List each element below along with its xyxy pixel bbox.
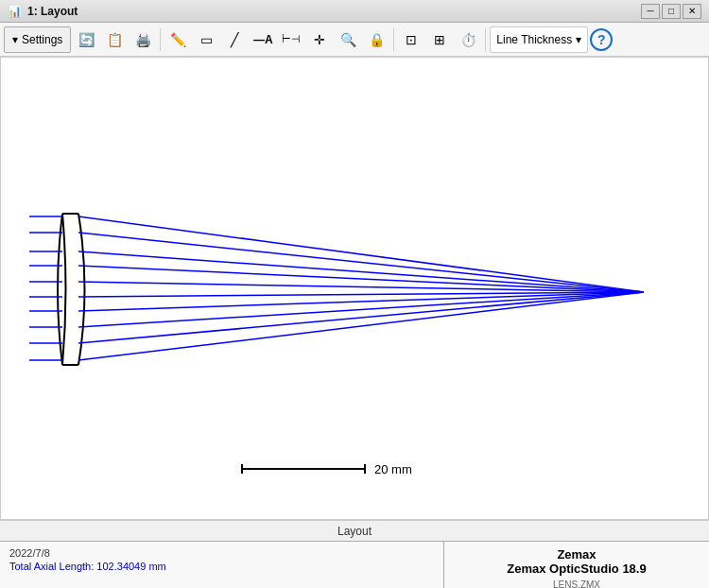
maximize-button[interactable]: □ [662, 4, 681, 19]
zoom-button[interactable]: 🔍 [335, 26, 361, 53]
refresh-button[interactable]: 🔄 [73, 26, 99, 53]
status-bar: 2022/7/8 Total Axial Length: 102.34049 m… [0, 541, 709, 588]
lock-button[interactable]: 🔒 [363, 26, 389, 53]
toolbar-separator-1 [160, 28, 161, 51]
status-date: 2022/7/8 [9, 547, 434, 559]
line-thickness-label: Line Thickness [496, 33, 572, 46]
line-thickness-arrow: ▾ [576, 33, 581, 46]
zemax-company: Zemax [454, 547, 700, 562]
settings-button[interactable]: ▾ Settings [4, 26, 71, 53]
zemax-product: Zemax OpticStudio 18.9 [454, 562, 700, 576]
caption-bar: Layout [0, 520, 709, 541]
timer-button[interactable]: ⏱️ [455, 26, 481, 53]
title-bar-controls: ─ □ ✕ [641, 4, 701, 19]
help-button[interactable]: ? [590, 28, 613, 51]
toolbar-separator-2 [393, 28, 394, 51]
rectangle-button[interactable]: ▭ [193, 26, 219, 53]
status-left-panel: 2022/7/8 Total Axial Length: 102.34049 m… [0, 542, 444, 588]
settings-dropdown-arrow: ▾ [12, 33, 18, 46]
line-thickness-dropdown[interactable]: Line Thickness ▾ [490, 26, 588, 53]
window-icon: 📊 [8, 5, 22, 18]
minimize-button[interactable]: ─ [641, 4, 660, 19]
close-button[interactable]: ✕ [683, 4, 701, 19]
caption-text: Layout [337, 525, 372, 538]
title-bar: 📊 1: Layout ─ □ ✕ [0, 0, 709, 23]
toolbar-separator-3 [485, 28, 486, 51]
frame-button[interactable]: ⊡ [398, 26, 424, 53]
status-right-panel: Zemax Zemax OpticStudio 18.9 LENS.ZMX Co… [444, 542, 709, 588]
measure-button[interactable]: ⊢⊣ [278, 26, 304, 53]
line-button[interactable]: ╱ [221, 26, 248, 53]
axial-length-value: 102.34049 mm [96, 561, 165, 572]
title-bar-left: 📊 1: Layout [8, 5, 78, 18]
layers-button[interactable]: ⊞ [426, 26, 453, 53]
copy-button[interactable]: 📋 [101, 26, 128, 53]
axial-length-label: Total Axial Length: [9, 561, 94, 572]
window-title: 1: Layout [27, 5, 78, 18]
status-axial-length: Total Axial Length: 102.34049 mm [9, 561, 434, 572]
canvas-area: 20 mm [0, 57, 709, 520]
toolbar: ▾ Settings 🔄 📋 🖨️ ✏️ ▭ ╱ —A ⊢⊣ ✛ 🔍 🔒 ⊡ ⊞… [0, 23, 709, 57]
move-button[interactable]: ✛ [306, 26, 333, 53]
pencil-button[interactable]: ✏️ [164, 26, 191, 53]
svg-text:20 mm: 20 mm [374, 462, 412, 476]
settings-label: Settings [22, 33, 62, 46]
lens-diagram: 20 mm [1, 58, 708, 519]
status-file: LENS.ZMX [454, 579, 700, 588]
text-button[interactable]: —A [250, 26, 276, 53]
print-button[interactable]: 🖨️ [130, 26, 156, 53]
